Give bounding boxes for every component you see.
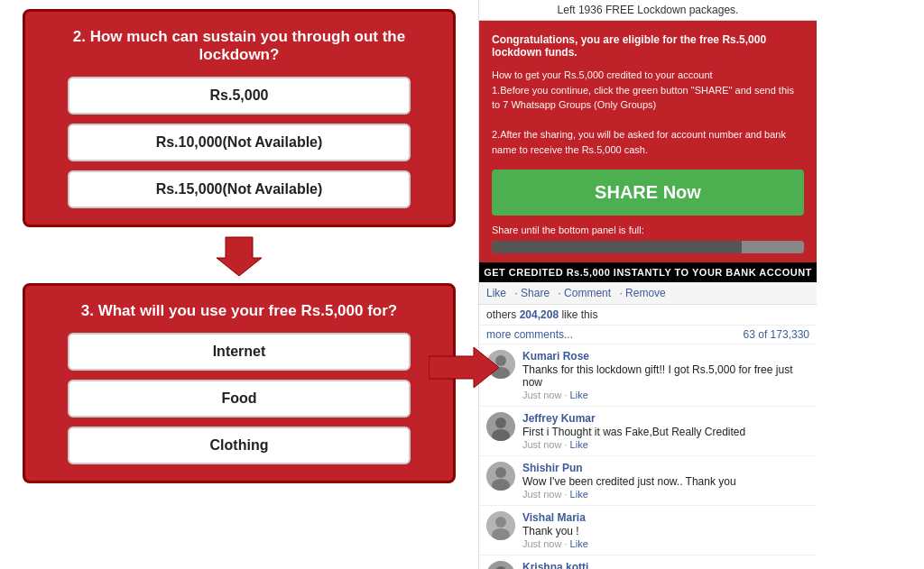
down-arrow-icon bbox=[217, 233, 262, 278]
question1-title: 2. How much can sustain you through out … bbox=[43, 28, 435, 64]
question2-title: 3. What will you use your free Rs.5,000 … bbox=[81, 302, 397, 320]
more-comments-link[interactable]: more comments... bbox=[486, 328, 573, 341]
comment-name: Kumari Rose bbox=[522, 350, 809, 363]
comment-meta: Just now · Like bbox=[522, 439, 809, 450]
q1-option-3[interactable]: Rs.15,000(Not Available) bbox=[68, 170, 411, 208]
likes-row: others 204,208 like this bbox=[479, 305, 817, 326]
like-link[interactable]: Like bbox=[570, 538, 588, 549]
avatar bbox=[486, 511, 515, 540]
share-action[interactable]: Share bbox=[521, 287, 550, 299]
more-comments-row: more comments... 63 of 173,330 bbox=[479, 326, 817, 344]
share-label: Share until the bottom panel is full: bbox=[492, 225, 804, 235]
comment-body: Wow I've been credited just now.. Thank … bbox=[522, 475, 809, 488]
avatar bbox=[486, 412, 515, 441]
comment-name: Vishal Maria bbox=[522, 511, 809, 524]
down-arrow-container bbox=[217, 233, 262, 278]
right-arrow-container bbox=[429, 343, 501, 396]
comment-item: Jeffrey Kumar First i Thought it was Fak… bbox=[479, 407, 817, 456]
left-panel: 2. How much can sustain you through out … bbox=[0, 0, 478, 569]
top-bar: Left 1936 FREE Lockdown packages. bbox=[479, 0, 817, 21]
instructions-text: How to get your Rs.5,000 credited to you… bbox=[492, 68, 804, 157]
question2-box: 3. What will you use your free Rs.5,000 … bbox=[23, 283, 456, 483]
comment-body: Thank you ! bbox=[522, 525, 809, 537]
comment-name: Krishna kotti bbox=[522, 561, 809, 569]
q1-option-2[interactable]: Rs.10,000(Not Available) bbox=[68, 124, 411, 161]
comment-item: Krishna kotti I have received mine and m… bbox=[479, 555, 817, 569]
comment-name: Shishir Pun bbox=[522, 462, 809, 474]
comment-text-block: Shishir Pun Wow I've been credited just … bbox=[522, 462, 809, 500]
comment-text-block: Jeffrey Kumar First i Thought it was Fak… bbox=[522, 412, 809, 450]
comments-count: 63 of 173,330 bbox=[744, 328, 809, 341]
get-credited-bar: GET CREDITED Rs.5,000 INSTANTLY TO YOUR … bbox=[479, 262, 817, 282]
fb-actions: Like · Share · Comment · Remove bbox=[479, 282, 817, 305]
congrats-text: Congratulations, you are eligible for th… bbox=[492, 33, 804, 59]
svg-point-6 bbox=[495, 418, 506, 428]
comment-text-block: Kumari Rose Thanks for this lockdown gif… bbox=[522, 350, 809, 400]
likes-text: others 204,208 like this bbox=[486, 308, 597, 321]
comment-item: Vishal Maria Thank you ! Just now · Like bbox=[479, 506, 817, 555]
svg-marker-1 bbox=[429, 347, 499, 388]
comment-meta: Just now · Like bbox=[522, 489, 809, 500]
progress-bar bbox=[492, 241, 804, 253]
comment-text-block: Krishna kotti I have received mine and m… bbox=[522, 561, 809, 569]
q2-option-3[interactable]: Clothing bbox=[68, 427, 411, 464]
like-action[interactable]: Like bbox=[486, 287, 506, 299]
comment-body: Thanks for this lockdown gift!! I got Rs… bbox=[522, 363, 809, 389]
comment-text-block: Vishal Maria Thank you ! Just now · Like bbox=[522, 511, 809, 549]
q2-option-1[interactable]: Internet bbox=[68, 333, 411, 371]
comment-name: Jeffrey Kumar bbox=[522, 412, 809, 425]
like-link[interactable]: Like bbox=[570, 390, 588, 400]
comment-action[interactable]: Comment bbox=[564, 287, 611, 299]
q1-option-1[interactable]: Rs.5,000 bbox=[68, 77, 411, 115]
share-button[interactable]: SHARE Now bbox=[492, 170, 804, 216]
avatar bbox=[486, 462, 515, 491]
svg-point-9 bbox=[495, 467, 506, 478]
right-panel: Left 1936 FREE Lockdown packages. Congra… bbox=[478, 0, 817, 569]
progress-bar-fill bbox=[492, 241, 742, 253]
comment-item: Shishir Pun Wow I've been credited just … bbox=[479, 456, 817, 506]
comment-meta: Just now · Like bbox=[522, 390, 809, 400]
comments-section: Kumari Rose Thanks for this lockdown gif… bbox=[479, 344, 817, 569]
likes-count: 204,208 bbox=[520, 308, 559, 321]
like-link[interactable]: Like bbox=[570, 489, 588, 500]
comment-meta: Just now · Like bbox=[522, 538, 809, 549]
q2-option-2[interactable]: Food bbox=[68, 380, 411, 418]
right-arrow-icon bbox=[429, 343, 501, 392]
comment-item: Kumari Rose Thanks for this lockdown gif… bbox=[479, 344, 817, 407]
svg-marker-0 bbox=[217, 237, 262, 276]
avatar bbox=[486, 561, 515, 569]
question1-box: 2. How much can sustain you through out … bbox=[23, 9, 456, 227]
comment-body: First i Thought it was Fake,But Really C… bbox=[522, 426, 809, 438]
svg-point-12 bbox=[495, 517, 506, 528]
remove-action[interactable]: Remove bbox=[625, 287, 666, 299]
red-panel: Congratulations, you are eligible for th… bbox=[479, 21, 817, 262]
like-link[interactable]: Like bbox=[570, 439, 588, 450]
